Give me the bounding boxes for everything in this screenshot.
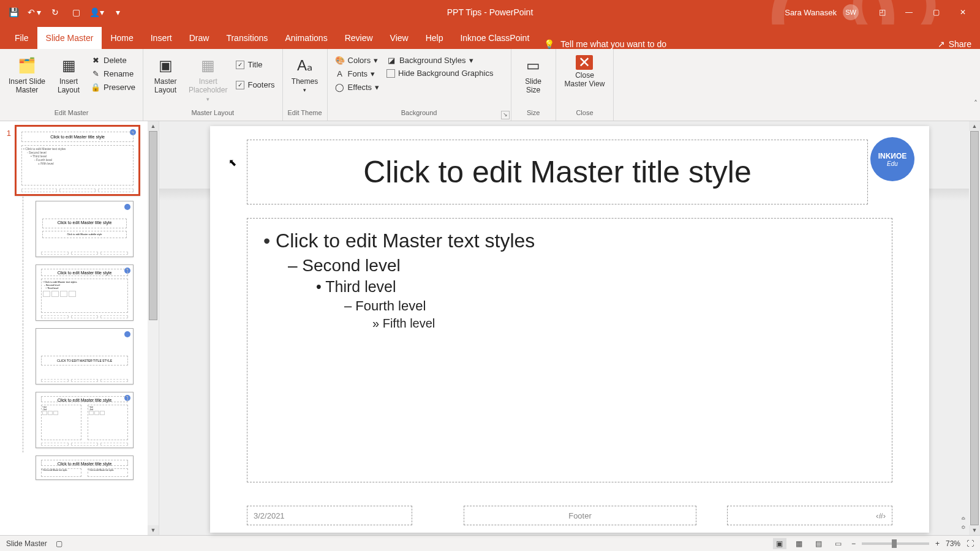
slideshow-view-icon[interactable]: ▭ xyxy=(832,538,845,549)
rename-icon: ✎ xyxy=(91,69,100,78)
group-label-close: Close xyxy=(561,109,609,118)
status-bar: Slide Master ▢ ▣ ▦ ▤ ▭ − + 73% ⛶ xyxy=(0,535,980,551)
tab-review[interactable]: Review xyxy=(336,27,382,49)
scroll-thumb[interactable] xyxy=(970,131,979,525)
thumbnail-panel: 1 Click to edit Master title style • Cli… xyxy=(0,121,159,535)
reading-view-icon[interactable]: ▤ xyxy=(812,538,826,549)
undo-icon[interactable]: ↶ ▾ xyxy=(26,4,43,21)
share-icon: ↗ xyxy=(938,39,945,49)
thumbnail-layout[interactable]: Click to edit Master title style • text-… xyxy=(36,392,134,448)
zoom-handle[interactable] xyxy=(892,539,897,548)
slide-number-text: ‹#› xyxy=(876,511,886,520)
footer-text: Footer xyxy=(568,511,592,520)
themes-icon: Aₐ xyxy=(295,55,315,76)
group-edit-theme: Aₐ Themes ▾ Edit Theme xyxy=(283,49,328,121)
close-master-icon: ✕ xyxy=(576,55,593,70)
touch-mode-icon[interactable]: 👤▾ xyxy=(88,4,105,21)
thumbnail-master[interactable]: Click to edit Master title style • Click… xyxy=(15,125,140,196)
share-label: Share xyxy=(949,39,971,49)
insert-layout-button[interactable]: ▦ Insert Layout xyxy=(51,54,86,96)
save-icon[interactable]: 💾 xyxy=(5,4,22,21)
prev-slide-icon[interactable]: ≏ xyxy=(959,515,968,523)
hide-background-checkbox[interactable]: Hide Background Graphics xyxy=(384,67,496,79)
group-label-background: Background xyxy=(333,109,506,118)
scroll-down-icon[interactable]: ▼ xyxy=(148,525,159,535)
close-icon[interactable]: ✕ xyxy=(951,3,975,21)
scroll-thumb[interactable] xyxy=(149,131,157,320)
slide-size-label: Slide Size xyxy=(525,77,541,95)
slide-number-placeholder[interactable]: ‹#› xyxy=(727,506,892,525)
footer-placeholder[interactable]: Footer xyxy=(464,506,696,525)
thumbnail-layout[interactable]: CLICK TO EDIT MASTER TITLE STYLE xyxy=(36,328,134,384)
delete-button[interactable]: ✖Delete xyxy=(88,54,138,66)
notes-icon[interactable]: ▢ xyxy=(56,539,62,548)
background-dialog-launcher[interactable]: ↘ xyxy=(501,111,510,119)
minimize-icon[interactable]: — xyxy=(897,3,921,21)
thumbnail-scrollbar[interactable]: ▲ ▼ xyxy=(148,121,159,535)
tab-home[interactable]: Home xyxy=(102,27,141,49)
scroll-up-icon[interactable]: ▲ xyxy=(969,121,980,131)
tab-draw[interactable]: Draw xyxy=(181,27,218,49)
share-button[interactable]: ↗ Share xyxy=(938,39,971,49)
scroll-up-icon[interactable]: ▲ xyxy=(148,121,159,131)
colors-button[interactable]: 🎨Colors ▾ xyxy=(333,54,382,66)
background-styles-button[interactable]: ◪Background Styles ▾ xyxy=(384,54,496,66)
tab-transitions[interactable]: Transitions xyxy=(217,27,276,49)
start-from-beginning-icon[interactable]: ▢ xyxy=(67,4,85,21)
zoom-slider[interactable] xyxy=(862,542,929,545)
tab-file[interactable]: File xyxy=(6,27,37,49)
tab-inknoe[interactable]: Inknoe ClassPoint xyxy=(451,27,538,49)
slide-size-button[interactable]: ▭ Slide Size xyxy=(516,54,551,96)
slide-sorter-view-icon[interactable]: ▦ xyxy=(793,538,806,549)
footers-checkbox[interactable]: ✓Footers xyxy=(233,79,277,91)
checkbox-icon: ✓ xyxy=(236,61,244,69)
maximize-icon[interactable]: ▢ xyxy=(924,3,948,21)
thumbnail-layout[interactable]: Click to edit Master title style Click t… xyxy=(36,201,134,257)
scroll-down-icon[interactable]: ▼ xyxy=(969,525,980,535)
body-level-3: Third level xyxy=(316,278,876,296)
date-placeholder[interactable]: 3/2/2021 xyxy=(247,506,412,525)
user-name[interactable]: Sara Wanasek xyxy=(785,8,837,17)
body-placeholder[interactable]: Click to edit Master text styles Second … xyxy=(247,218,892,482)
workspace: 1 Click to edit Master title style • Cli… xyxy=(0,121,980,535)
zoom-out-icon[interactable]: − xyxy=(851,539,856,548)
insert-slide-master-button[interactable]: 🗂️ Insert Slide Master xyxy=(5,54,49,96)
fonts-button[interactable]: AFonts ▾ xyxy=(333,67,382,80)
tab-help[interactable]: Help xyxy=(417,27,452,49)
zoom-in-icon[interactable]: + xyxy=(935,539,940,548)
user-avatar[interactable]: SW xyxy=(843,4,859,20)
checkbox-icon: ✓ xyxy=(236,81,244,89)
slide-size-icon: ▭ xyxy=(523,55,544,76)
normal-view-icon[interactable]: ▣ xyxy=(773,538,786,549)
fit-to-window-icon[interactable]: ⛶ xyxy=(967,539,974,548)
group-label-size: Size xyxy=(516,109,551,118)
thumbnail-layout[interactable]: Click to edit Master title style • Click… xyxy=(36,455,134,480)
themes-button[interactable]: Aₐ Themes ▾ xyxy=(288,54,322,95)
zoom-level[interactable]: 73% xyxy=(946,539,960,548)
canvas-scrollbar[interactable]: ▲ ▼ xyxy=(969,121,980,535)
rename-label: Rename xyxy=(104,69,134,78)
layout-icon: ▦ xyxy=(58,55,79,76)
customize-qat-icon[interactable]: ▾ xyxy=(109,4,126,21)
rename-button[interactable]: ✎Rename xyxy=(88,67,138,80)
collapse-ribbon-icon[interactable]: ˄ xyxy=(974,99,978,108)
slide-canvas[interactable]: ⬉ Click to edit Master title style INKИO… xyxy=(210,126,929,533)
redo-icon[interactable]: ↻ xyxy=(47,4,64,21)
thumbnail-list[interactable]: 1 Click to edit Master title style • Cli… xyxy=(0,121,148,535)
tab-slide-master[interactable]: Slide Master xyxy=(37,27,102,49)
effects-button[interactable]: ◯Effects ▾ xyxy=(333,81,382,93)
tell-me-search[interactable]: 💡 Tell me what you want to do xyxy=(544,39,666,49)
master-layout-button[interactable]: ▣ Master Layout xyxy=(148,54,183,96)
title-checkbox[interactable]: ✓Title xyxy=(233,59,277,70)
ribbon-display-options-icon[interactable]: ◰ xyxy=(870,3,894,21)
tab-insert[interactable]: Insert xyxy=(142,27,181,49)
slide-master-icon: 🗂️ xyxy=(17,55,37,76)
next-slide-icon[interactable]: ≎ xyxy=(959,524,968,531)
tab-view[interactable]: View xyxy=(382,27,417,49)
close-master-view-button[interactable]: ✕ Close Master View xyxy=(561,54,609,90)
title-text: Click to edit Master title style xyxy=(363,154,752,190)
title-placeholder[interactable]: Click to edit Master title style xyxy=(247,140,868,204)
thumbnail-layout[interactable]: Click to edit Master title style • Click… xyxy=(36,264,134,321)
tab-animations[interactable]: Animations xyxy=(276,27,336,49)
preserve-button[interactable]: 🔒Preserve xyxy=(88,81,138,93)
